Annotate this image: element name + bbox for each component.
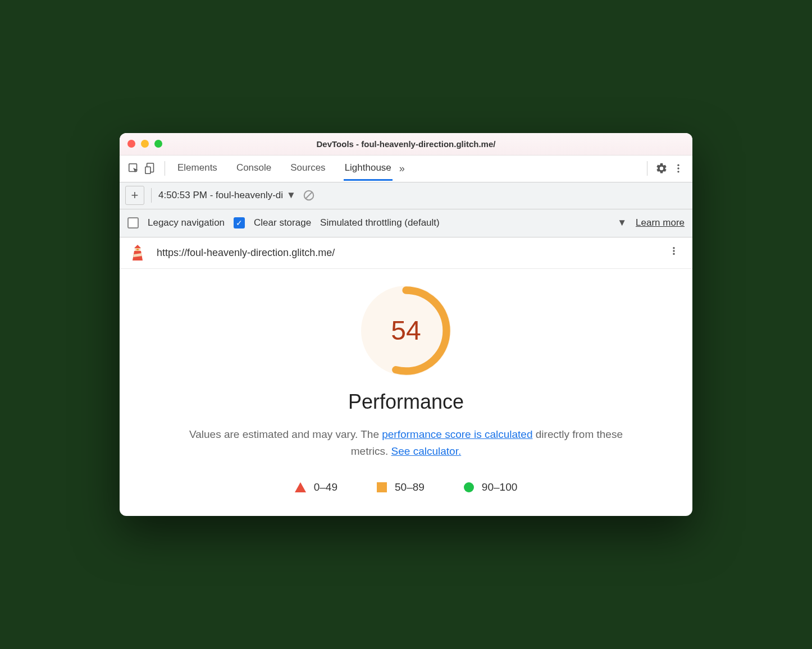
report-toolbar: + 4:50:53 PM - foul-heavenly-di ▼ <box>120 182 692 209</box>
learn-more-link[interactable]: Learn more <box>636 217 685 228</box>
clear-storage-label: Clear storage <box>254 217 311 228</box>
devtools-window: DevTools - foul-heavenly-direction.glitc… <box>120 133 692 517</box>
legend-average: 50–89 <box>377 481 425 493</box>
inspect-element-icon[interactable] <box>125 160 142 177</box>
svg-point-14 <box>673 250 674 252</box>
report-menu-button[interactable] <box>664 243 683 263</box>
legend-pass-label: 90–100 <box>482 481 517 493</box>
svg-rect-2 <box>145 167 150 173</box>
svg-rect-10 <box>136 249 139 250</box>
tab-elements[interactable]: Elements <box>176 157 218 181</box>
clear-report-button[interactable] <box>303 189 315 202</box>
svg-point-13 <box>673 247 674 249</box>
separator <box>647 161 647 176</box>
report-content: 54 Performance Values are estimated and … <box>120 269 692 517</box>
zoom-window-button[interactable] <box>154 140 162 148</box>
throttling-dropdown[interactable]: Simulated throttling (default) <box>320 217 440 228</box>
tab-sources[interactable]: Sources <box>289 157 326 181</box>
close-window-button[interactable] <box>127 140 135 148</box>
report-url-bar: https://foul-heavenly-direction.glitch.m… <box>120 237 692 269</box>
svg-point-5 <box>677 171 679 172</box>
svg-point-4 <box>677 167 679 169</box>
see-calculator-link[interactable]: See calculator. <box>391 445 462 457</box>
score-legend: 0–49 50–89 90–100 <box>295 481 518 493</box>
triangle-icon <box>295 482 306 492</box>
svg-point-15 <box>673 253 674 255</box>
circle-icon <box>464 482 474 492</box>
new-report-button[interactable]: + <box>125 186 144 205</box>
separator <box>165 161 165 176</box>
more-options-icon[interactable] <box>670 160 687 177</box>
score-calculation-link[interactable]: performance score is calculated <box>382 428 532 440</box>
report-dropdown[interactable]: 4:50:53 PM - foul-heavenly-di ▼ <box>158 190 296 201</box>
lighthouse-options: Legacy navigation ✓ Clear storage Simula… <box>120 209 692 237</box>
svg-point-3 <box>677 164 679 166</box>
main-tabbar: Elements Console Sources Lighthouse » <box>120 156 692 182</box>
separator <box>151 188 152 203</box>
legend-pass: 90–100 <box>464 481 517 493</box>
tab-lighthouse[interactable]: Lighthouse <box>344 157 393 181</box>
chevron-down-icon: ▼ <box>286 190 296 201</box>
performance-description: Values are estimated and may vary. The p… <box>170 426 642 460</box>
svg-line-7 <box>305 193 312 199</box>
performance-gauge: 54 <box>361 286 451 376</box>
performance-title: Performance <box>348 390 464 414</box>
legend-fail: 0–49 <box>295 481 337 493</box>
tab-console[interactable]: Console <box>235 157 272 181</box>
legend-fail-label: 0–49 <box>314 481 337 493</box>
legacy-navigation-label: Legacy navigation <box>148 217 225 228</box>
performance-section: 54 Performance Values are estimated and … <box>136 286 676 494</box>
minimize-window-button[interactable] <box>141 140 149 148</box>
traffic-lights <box>127 140 162 148</box>
device-toolbar-icon[interactable] <box>142 160 159 177</box>
performance-score: 54 <box>361 286 451 376</box>
chevron-down-icon: ▼ <box>617 217 627 228</box>
report-dropdown-label: 4:50:53 PM - foul-heavenly-di <box>158 190 283 201</box>
panel-tabs: Elements Console Sources Lighthouse <box>176 157 393 181</box>
throttling-label: Simulated throttling (default) <box>320 217 440 228</box>
legacy-navigation-checkbox[interactable] <box>127 217 139 228</box>
window-title: DevTools - foul-heavenly-direction.glitc… <box>120 139 692 149</box>
report-url: https://foul-heavenly-direction.glitch.m… <box>157 247 664 259</box>
settings-icon[interactable] <box>653 160 670 177</box>
legend-average-label: 50–89 <box>395 481 425 493</box>
titlebar: DevTools - foul-heavenly-direction.glitc… <box>120 133 692 156</box>
desc-text: Values are estimated and may vary. The <box>189 428 382 440</box>
square-icon <box>377 482 387 492</box>
check-icon: ✓ <box>236 219 243 227</box>
svg-marker-8 <box>134 245 141 248</box>
more-tabs-button[interactable]: » <box>393 163 412 175</box>
clear-storage-checkbox[interactable]: ✓ <box>234 217 245 228</box>
lighthouse-icon <box>129 244 147 262</box>
